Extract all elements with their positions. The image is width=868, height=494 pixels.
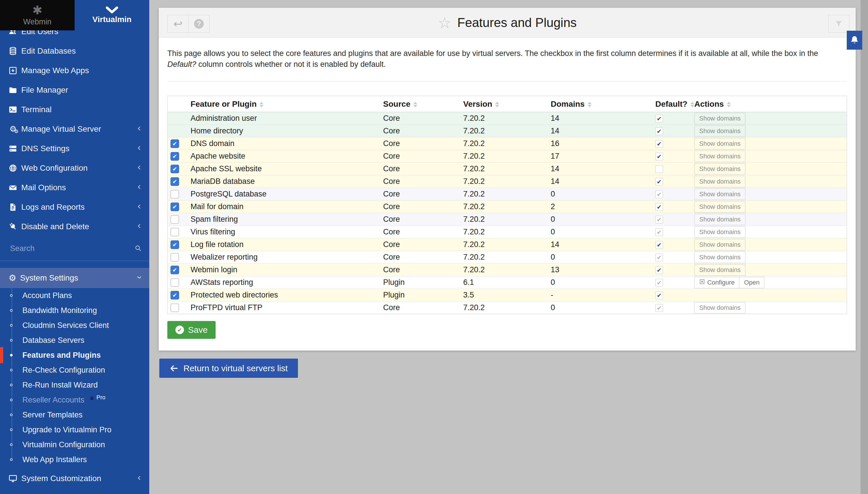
show-domains-button[interactable]: Show domains (694, 201, 745, 213)
show-domains-button[interactable]: Show domains (694, 138, 745, 150)
available-checkbox[interactable] (170, 228, 179, 236)
default-checkbox[interactable]: ✔ (655, 203, 663, 211)
show-domains-button[interactable]: Show domains (694, 151, 745, 162)
submenu-item-virtualmin-configuration[interactable]: Virtualmin Configuration (0, 437, 149, 452)
available-checkbox[interactable]: ✔ (170, 203, 179, 211)
sidebar-item-manage-virtual-server[interactable]: ⚙⚙Manage Virtual Server (0, 119, 149, 139)
table-body: Administration userCore7.20.214✔Show dom… (168, 112, 847, 314)
available-checkbox[interactable]: ✔ (170, 177, 179, 186)
column-header-version[interactable]: Version (462, 96, 549, 112)
search-icon[interactable] (134, 244, 142, 253)
show-domains-button[interactable]: Show domains (694, 163, 745, 175)
cell-actions: Show domains (694, 137, 847, 150)
submenu-item-database-servers[interactable]: Database Servers (0, 333, 149, 348)
submenu-item-reseller-accounts[interactable]: Reseller AccountsPro (0, 393, 149, 407)
sidebar-item-mail-options[interactable]: Mail Options (0, 178, 149, 197)
available-checkbox[interactable] (170, 304, 179, 312)
open-button[interactable]: Open (739, 277, 764, 288)
default-checkbox[interactable]: ✔ (655, 253, 663, 261)
default-checkbox[interactable]: ✔ (655, 266, 663, 274)
default-checkbox[interactable]: ✔ (655, 153, 663, 160)
cell-source: Core (382, 137, 462, 150)
plug-icon (8, 222, 18, 231)
configure-button[interactable]: Configure (694, 277, 739, 288)
filter-button[interactable] (828, 15, 849, 33)
column-header-actions[interactable]: Actions (694, 96, 847, 112)
sidebar-item-web-configuration[interactable]: Web Configuration (0, 158, 149, 178)
default-checkbox[interactable]: ✔ (655, 140, 663, 148)
available-checkbox[interactable] (170, 215, 179, 224)
column-header-feature-or-plugin[interactable]: Feature or Plugin (190, 96, 382, 112)
default-checkbox[interactable]: ✔ (655, 228, 663, 236)
submenu-item-cloudmin-services-client[interactable]: Cloudmin Services Client (0, 318, 149, 333)
column-header-label: Domains (551, 99, 585, 109)
cell-available (168, 251, 190, 264)
available-checkbox[interactable] (170, 190, 179, 198)
submenu-item-account-plans[interactable]: Account Plans (0, 288, 149, 303)
submenu-item-upgrade-to-virtualmin-pro[interactable]: Upgrade to Virtualmin Pro (0, 422, 149, 437)
default-checkbox[interactable]: ✔ (655, 115, 663, 122)
sidebar-item-manage-web-apps[interactable]: Manage Web Apps (0, 61, 149, 80)
sidebar-item-terminal[interactable]: Terminal (0, 100, 149, 119)
save-button[interactable]: ✔ Save (167, 321, 216, 339)
submenu-item-features-and-plugins[interactable]: Features and Plugins (0, 348, 149, 363)
return-to-servers-button[interactable]: Return to virtual servers list (159, 359, 298, 378)
sidebar-item-dns-settings[interactable]: DNS Settings (0, 139, 149, 158)
available-checkbox[interactable]: ✔ (170, 291, 179, 300)
table-row-mariadb-database: ✔MariaDB databaseCore7.20.214✔Show domai… (168, 175, 847, 188)
available-checkbox[interactable]: ✔ (170, 152, 179, 160)
default-checkbox[interactable]: ✔ (655, 216, 663, 224)
cell-domains: 0 (549, 251, 643, 264)
default-checkbox[interactable]: ✔ (655, 291, 663, 299)
sidebar-item-system-customization[interactable]: System Customization (0, 469, 149, 488)
notifications-button[interactable] (847, 31, 862, 50)
available-checkbox[interactable] (170, 253, 179, 262)
default-checkbox[interactable] (655, 165, 663, 173)
available-checkbox[interactable]: ✔ (170, 165, 179, 173)
submenu-item-re-check-configuration[interactable]: Re-Check Configuration (0, 363, 149, 378)
sidebar-item-file-manager[interactable]: File Manager (0, 80, 149, 100)
show-domains-button[interactable]: Show domains (694, 226, 745, 238)
cell-domains: 16 (549, 137, 643, 150)
default-checkbox[interactable]: ✔ (655, 178, 663, 186)
show-domains-button[interactable]: Show domains (694, 176, 745, 187)
submenu-item-re-run-install-wizard[interactable]: Re-Run Install Wizard (0, 378, 149, 393)
default-checkbox[interactable]: ✔ (655, 241, 663, 249)
default-checkbox[interactable]: ✔ (655, 304, 663, 312)
sort-icon (413, 102, 417, 107)
tab-webmin[interactable]: ✱ Webmin (0, 0, 75, 31)
show-domains-button[interactable]: Show domains (694, 302, 745, 314)
cell-default: ✔ (643, 251, 694, 264)
submenu-item-bandwidth-monitoring[interactable]: Bandwidth Monitoring (0, 303, 149, 318)
default-checkbox[interactable]: ✔ (655, 190, 663, 198)
default-checkbox[interactable]: ✔ (655, 127, 663, 135)
show-domains-button[interactable]: Show domains (694, 125, 745, 137)
search-input[interactable] (10, 244, 134, 253)
column-header-default[interactable]: Default? (643, 96, 694, 112)
sidebar-item-disable-and-delete[interactable]: Disable and Delete (0, 217, 149, 236)
show-domains-button[interactable]: Show domains (694, 252, 745, 263)
available-checkbox[interactable]: ✔ (170, 266, 179, 274)
column-header-domains[interactable]: Domains (549, 96, 643, 112)
submenu-item-web-app-installers[interactable]: Web App Installers (0, 452, 149, 467)
cell-feature-name: Apache website (190, 150, 382, 163)
show-domains-button[interactable]: Show domains (694, 239, 745, 250)
sidebar-item-system-settings[interactable]: ⚙ System Settings (0, 268, 149, 288)
favorite-star-icon[interactable]: ☆ (438, 15, 451, 31)
available-checkbox[interactable] (170, 278, 179, 287)
default-checkbox[interactable]: ✔ (655, 279, 663, 287)
show-domains-button[interactable]: Show domains (694, 264, 745, 276)
show-domains-button[interactable]: Show domains (694, 113, 745, 124)
features-table: Feature or PluginSourceVersionDomainsDef… (167, 96, 847, 314)
available-checkbox[interactable]: ✔ (170, 241, 179, 249)
submenu-item-server-templates[interactable]: Server Templates (0, 407, 149, 422)
cell-source: Core (382, 125, 462, 137)
column-header-source[interactable]: Source (382, 96, 462, 112)
sidebar-item-edit-databases[interactable]: Edit Databases (0, 41, 149, 61)
scrollbar-track[interactable] (861, 0, 868, 494)
show-domains-button[interactable]: Show domains (694, 189, 745, 200)
available-checkbox[interactable]: ✔ (170, 139, 179, 148)
show-domains-button[interactable]: Show domains (694, 214, 745, 225)
sidebar-item-logs-and-reports[interactable]: Logs and Reports (0, 197, 149, 217)
tab-virtualmin[interactable]: Virtualmin (75, 0, 149, 31)
